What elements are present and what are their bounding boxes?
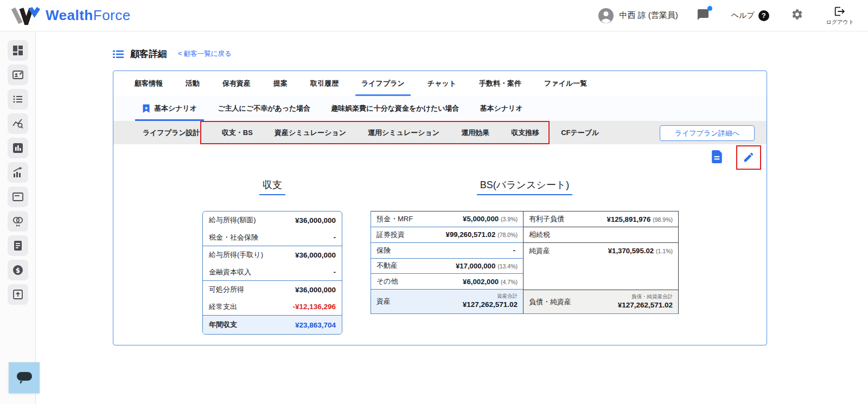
sidebar-list-button[interactable] — [8, 89, 28, 110]
tab-customer-info[interactable]: 顧客情報 — [123, 71, 174, 96]
tab-transaction-history[interactable]: 取引履歴 — [299, 71, 350, 96]
bs-title-text: BS(バランスシート) — [477, 178, 573, 195]
question-mark-icon: ? — [758, 10, 769, 21]
app-logo: WealthForce — [11, 7, 131, 25]
sidebar-chart-search-button[interactable] — [8, 113, 28, 134]
assets-total-row: 資産 資産合計¥127,262,571.02 — [371, 290, 523, 313]
row-label: 保険 — [376, 246, 391, 255]
table-row: 証券投資 ¥99,260,571.02(78.0%) — [371, 227, 523, 243]
row-label: その他 — [376, 277, 398, 286]
row-value: - — [334, 233, 336, 241]
sidebar-growth-chart-button[interactable] — [8, 162, 28, 183]
subtab-investment-effect[interactable]: 運用効果 — [450, 128, 500, 138]
row-value: ¥36,000,000 — [295, 286, 336, 294]
report-document-button[interactable] — [711, 150, 723, 165]
scenario-tab-hobby-funds[interactable]: 趣味娯楽費に十分な資金をかけたい場合 — [321, 96, 469, 121]
svg-text:$: $ — [15, 267, 20, 274]
chat-widget-button[interactable] — [9, 362, 40, 393]
logout-button[interactable]: ログアウト — [826, 5, 854, 26]
page-list-icon — [113, 50, 124, 59]
table-row: 純資産 ¥1,370,595.02(1.1%) — [524, 243, 678, 259]
card-text-icon — [12, 191, 24, 203]
subtab-life-plan-design[interactable]: ライフプラン設計 — [132, 128, 211, 138]
blue-document-icon — [711, 150, 723, 163]
subtab-income-bs[interactable]: 収支・BS — [211, 128, 264, 138]
logo-text-wealth: Wealth — [46, 7, 93, 23]
subtab-cf-table[interactable]: CFテーブル — [550, 128, 610, 138]
table-row: 可処分所得 ¥36,000,000 — [203, 281, 342, 298]
bs-assets-column: 預金・MRF ¥5,000,000(3.9%) 証券投資 ¥99,260,571… — [371, 211, 523, 313]
tab-chat[interactable]: チャット — [416, 71, 468, 96]
row-value: ¥1,370,595.02 — [608, 247, 654, 255]
scenario-tab-basic-2[interactable]: 基本シナリオ — [470, 96, 533, 121]
row-label: 相続税 — [529, 230, 550, 240]
sidebar-bar-chart-button[interactable] — [8, 138, 28, 158]
row-label: 年間収支 — [209, 320, 237, 330]
settings-button[interactable] — [791, 8, 803, 23]
sidebar-document-button[interactable] — [8, 235, 28, 256]
row-value: ¥17,000,000 — [456, 262, 495, 270]
row-value: - — [513, 246, 515, 254]
subtab-asset-simulation[interactable]: 資産シミュレーション — [264, 128, 357, 138]
tab-fees-cases[interactable]: 手数料・案件 — [468, 71, 533, 96]
tab-proposal[interactable]: 提案 — [262, 71, 299, 96]
row-percent: (1.1%) — [656, 248, 673, 254]
scenario-tab-label: 基本シナリオ — [154, 104, 197, 113]
user-menu[interactable]: 中西 諒 (営業員) — [598, 8, 678, 24]
total-caption: 資産合計 — [463, 293, 518, 299]
wealthforce-logo-icon — [11, 7, 40, 25]
tab-holdings[interactable]: 保有資産 — [211, 71, 262, 96]
back-to-customer-list-link[interactable]: < 顧客一覧に戻る — [178, 49, 232, 59]
subtab-investment-simulation[interactable]: 運用シミュレーション — [357, 128, 450, 138]
tab-life-plan[interactable]: ライフプラン — [350, 71, 416, 96]
row-value: ¥36,000,000 — [295, 251, 336, 259]
row-value: ¥6,002,000 — [463, 278, 499, 286]
row-label: 有利子負債 — [529, 214, 564, 224]
scenario-tab-label: ご主人にご不幸があった場合 — [218, 104, 310, 113]
sidebar-rings-button[interactable] — [8, 211, 28, 232]
tab-file-list[interactable]: ファイル一覧 — [533, 71, 598, 96]
logout-label: ログアウト — [826, 18, 854, 26]
scenario-tab-basic[interactable]: ★ 基本シナリオ — [132, 96, 207, 121]
row-label: 不動産 — [376, 261, 398, 271]
row-label: 資産 — [376, 297, 391, 306]
edit-button[interactable] — [743, 151, 755, 165]
page-title: 顧客詳細 — [130, 48, 167, 60]
table-row: 不動産 ¥17,000,000(13.4%) — [371, 259, 523, 274]
gear-icon — [791, 8, 803, 21]
bookmark-icon: ★ — [142, 104, 150, 113]
row-value-total: ¥23,863,704 — [295, 321, 336, 329]
table-row: 給与所得(手取り) ¥36,000,000 — [203, 246, 342, 264]
row-value: ¥5,000,000 — [463, 215, 499, 223]
avatar-icon — [598, 8, 614, 24]
table-row: 経常支出 -¥12,136,296 — [203, 298, 342, 316]
subtab-income-trend[interactable]: 収支推移 — [500, 128, 550, 138]
tab-activity[interactable]: 活動 — [174, 71, 211, 96]
help-label: ヘルプ — [731, 11, 755, 21]
scenario-tab-label: 基本シナリオ — [480, 104, 523, 113]
main-content: 顧客詳細 < 顧客一覧に戻る 顧客情報 活動 保有資産 提案 取引履歴 ライフプ… — [36, 31, 868, 404]
sidebar-export-button[interactable] — [8, 284, 28, 305]
help-button[interactable]: ヘルプ ? — [731, 10, 769, 21]
sidebar-card-button[interactable] — [8, 187, 28, 207]
row-label: 給与所得(額面) — [209, 215, 256, 225]
table-row: 給与所得(額面) ¥36,000,000 — [203, 211, 342, 229]
liabilities-total-row: 負債・純資産 負債・純資産合計¥127,262,571.02 — [524, 290, 678, 313]
total-value: ¥127,262,571.02 — [618, 301, 673, 309]
sidebar-dashboard-button[interactable] — [8, 40, 28, 61]
row-label: 金融資本収入 — [209, 267, 251, 277]
life-plan-detail-button[interactable]: ライフプラン詳細へ — [660, 125, 755, 141]
scenario-tab-husband-misfortune[interactable]: ご主人にご不幸があった場合 — [207, 96, 321, 121]
row-percent: (4.7%) — [501, 279, 518, 285]
sidebar-fees-button[interactable]: $ — [8, 260, 28, 280]
page-title-row: 顧客詳細 < 顧客一覧に戻る — [113, 48, 232, 60]
main-tab-bar: 顧客情報 活動 保有資産 提案 取引履歴 ライフプラン チャット 手数料・案件 … — [113, 71, 767, 96]
row-percent: (13.4%) — [497, 263, 518, 270]
left-sidebar: $ — [0, 31, 36, 404]
row-value: - — [334, 268, 336, 276]
table-row: 金融資本収入 - — [203, 264, 342, 281]
chat-notification-button[interactable] — [697, 8, 710, 23]
chart-search-icon — [12, 118, 24, 130]
sidebar-contact-button[interactable] — [8, 65, 28, 85]
notification-dot — [707, 6, 712, 11]
